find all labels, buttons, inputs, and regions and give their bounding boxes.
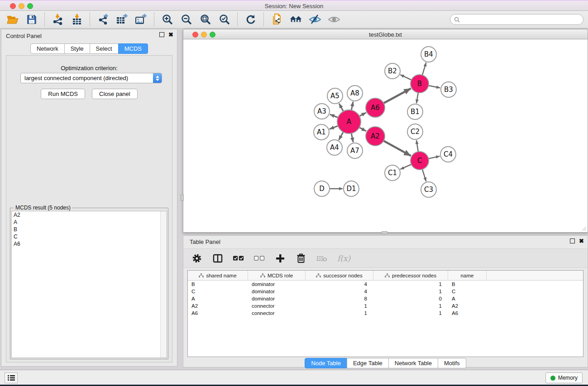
table-row[interactable]: Bdominator41B bbox=[188, 281, 583, 288]
table-cell: C bbox=[448, 288, 487, 295]
search-input[interactable] bbox=[462, 16, 583, 23]
criterion-dropdown[interactable]: largest connected component (directed) bbox=[20, 73, 162, 83]
table-cell: dominator bbox=[248, 288, 306, 295]
search-field[interactable] bbox=[450, 14, 583, 25]
houses-icon[interactable] bbox=[290, 13, 302, 26]
memory-button[interactable]: Memory bbox=[545, 372, 583, 383]
table-cell: 1 bbox=[306, 302, 373, 310]
table-cell: A6 bbox=[188, 310, 248, 317]
dropdown-stepper-icon bbox=[153, 73, 162, 83]
network-window-titlebar: testGlobe.txt bbox=[183, 29, 588, 39]
refresh-icon[interactable] bbox=[244, 13, 257, 26]
close-panel-icon[interactable]: ✖ bbox=[168, 32, 173, 37]
network-view-window: testGlobe.txt B4B2BB3A8A5A6A3B1AC2A1A2A4… bbox=[183, 29, 588, 233]
tab-motifs[interactable]: Motifs bbox=[438, 358, 466, 368]
list-item[interactable]: A6 bbox=[12, 240, 167, 248]
graph-node-label-A7: A7 bbox=[350, 147, 359, 155]
column-header-filler bbox=[487, 271, 583, 281]
mcds-result-items: A2ABCA6 bbox=[12, 211, 167, 248]
memory-status-icon bbox=[550, 376, 555, 381]
graph-node-label-A2: A2 bbox=[371, 132, 380, 140]
table-row[interactable]: A6connector11A6 bbox=[188, 310, 583, 317]
function-builder-icon[interactable]: f(x) bbox=[337, 254, 350, 263]
duplicate-network-icon[interactable] bbox=[271, 13, 283, 26]
show-hidden-eye-icon[interactable] bbox=[328, 13, 340, 26]
table-panel-tabs: Node Table Edge Table Network Table Moti… bbox=[305, 358, 466, 368]
graph-node-label-A6: A6 bbox=[371, 104, 380, 112]
graph-node-label-D: D bbox=[319, 185, 325, 193]
deselect-all-icon[interactable] bbox=[254, 253, 265, 264]
table-mode-gear-icon[interactable] bbox=[191, 253, 202, 264]
list-item[interactable]: C bbox=[12, 233, 167, 240]
show-columns-icon[interactable] bbox=[212, 253, 223, 264]
delete-table-icon[interactable] bbox=[316, 253, 327, 264]
import-network-icon[interactable] bbox=[52, 13, 64, 26]
zoom-fit-icon[interactable] bbox=[199, 13, 212, 26]
column-header-name[interactable]: name bbox=[448, 271, 487, 281]
export-table-icon[interactable] bbox=[116, 13, 129, 26]
zoom-selected-icon[interactable] bbox=[218, 13, 231, 26]
vertical-splitter-handle[interactable] bbox=[181, 195, 184, 201]
table-cell: A2 bbox=[448, 302, 487, 310]
window-resize-grip[interactable] bbox=[581, 225, 587, 231]
list-item[interactable]: A2 bbox=[12, 211, 167, 219]
export-image-icon[interactable] bbox=[135, 13, 148, 26]
table-cell: connector bbox=[248, 310, 306, 317]
graph-node-label-A5: A5 bbox=[330, 92, 339, 100]
table-cell: C bbox=[188, 288, 248, 295]
tab-select[interactable]: Select bbox=[90, 43, 119, 54]
table-cell: B bbox=[448, 281, 487, 288]
horizontal-splitter-handle[interactable] bbox=[382, 231, 387, 234]
graph-node-label-B2: B2 bbox=[388, 67, 397, 75]
delete-columns-trash-icon[interactable] bbox=[296, 253, 306, 264]
graph-node-label-C2: C2 bbox=[411, 128, 420, 136]
table-row[interactable]: Adominator80A bbox=[188, 295, 583, 302]
window-titlebar: Session: New Session bbox=[0, 0, 588, 11]
list-icon bbox=[8, 375, 15, 381]
table-toolbar: f(x) bbox=[183, 248, 588, 268]
float-table-panel-icon[interactable] bbox=[570, 238, 575, 243]
create-column-icon[interactable] bbox=[275, 253, 286, 264]
main-toolbar bbox=[0, 11, 588, 29]
scrollbar-track[interactable] bbox=[160, 211, 167, 357]
tab-mcds[interactable]: MCDS bbox=[118, 43, 148, 54]
table-cell: dominator bbox=[248, 281, 306, 288]
select-all-icon[interactable] bbox=[233, 253, 244, 264]
list-item[interactable]: A bbox=[12, 219, 167, 226]
graph-node-label-A: A bbox=[347, 118, 352, 126]
tab-node-table[interactable]: Node Table bbox=[305, 358, 347, 368]
table-row[interactable]: Cdominator41C bbox=[188, 288, 583, 295]
open-session-icon[interactable] bbox=[6, 13, 19, 26]
tab-network[interactable]: Network bbox=[30, 43, 65, 54]
hide-selected-eye-icon[interactable] bbox=[309, 13, 321, 26]
column-header-MCDS-role[interactable]: MCDS role bbox=[248, 271, 306, 281]
status-bar: Memory bbox=[0, 370, 588, 385]
column-header-successor-nodes[interactable]: successor nodes bbox=[306, 271, 373, 281]
mcds-result-list[interactable]: A2ABCA6 bbox=[11, 211, 167, 358]
network-window-title: testGlobe.txt bbox=[183, 31, 588, 38]
tab-network-table[interactable]: Network Table bbox=[388, 358, 438, 368]
tab-style[interactable]: Style bbox=[64, 43, 90, 54]
run-mcds-button[interactable]: Run MCDS bbox=[41, 89, 85, 99]
table-cell: B bbox=[188, 281, 248, 288]
zoom-out-icon[interactable] bbox=[180, 13, 193, 26]
save-session-icon[interactable] bbox=[25, 13, 38, 26]
table-row[interactable]: A2connector11A2 bbox=[188, 302, 583, 310]
node-table[interactable]: shared nameMCDS rolesuccessor nodesprede… bbox=[187, 270, 583, 357]
close-panel-button[interactable]: Close panel bbox=[92, 89, 138, 99]
list-item[interactable]: B bbox=[12, 226, 167, 233]
network-canvas[interactable]: B4B2BB3A8A5A6A3B1AC2A1A2A4A7C4CC1C3DD1 bbox=[183, 39, 588, 233]
network-graph[interactable]: B4B2BB3A8A5A6A3B1AC2A1A2A4A7C4CC1C3DD1 bbox=[183, 39, 588, 232]
graph-node-label-C1: C1 bbox=[388, 169, 397, 177]
float-panel-icon[interactable] bbox=[159, 32, 164, 37]
table-cell: dominator bbox=[248, 295, 306, 302]
close-table-panel-icon[interactable]: ✖ bbox=[579, 238, 584, 243]
import-table-icon[interactable] bbox=[71, 13, 83, 26]
task-history-button[interactable] bbox=[5, 372, 18, 383]
tab-edge-table[interactable]: Edge Table bbox=[347, 358, 389, 368]
export-network-icon[interactable] bbox=[97, 13, 110, 26]
zoom-in-icon[interactable] bbox=[161, 13, 174, 26]
table-panel-title: Table Panel bbox=[190, 238, 220, 245]
column-header-predecessor-nodes[interactable]: predecessor nodes bbox=[373, 271, 448, 281]
column-header-shared-name[interactable]: shared name bbox=[188, 271, 248, 281]
